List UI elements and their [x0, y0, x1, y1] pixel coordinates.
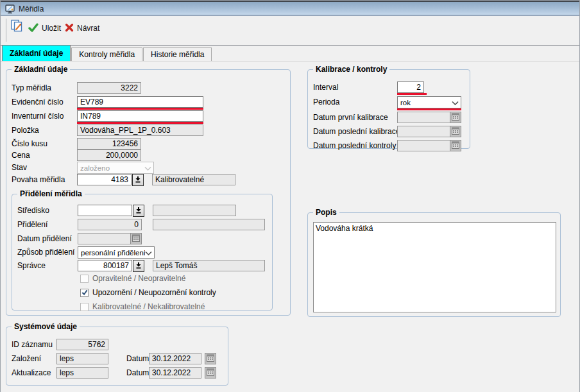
id-zaznamu-field: [56, 339, 108, 350]
datum-prvni-kalibrace-calendar-button: [450, 112, 461, 123]
checkbox-label: Upozornění / Neupozornění kontroly: [92, 288, 216, 297]
tab-historie-meridla[interactable]: Historie měřidla: [143, 47, 212, 61]
label-cislo-kusu: Číslo kusu: [12, 139, 47, 148]
group-systemove-udaje: Systémové údaje ID záznamu Založení Datu…: [6, 327, 228, 386]
prideleni-text-field: [153, 219, 265, 230]
copy-document-icon: [10, 19, 24, 35]
tab-strip: Základní údaje Kontroly měřidla Historie…: [1, 46, 579, 62]
label-evidencni-cislo: Evidenční číslo: [12, 98, 64, 107]
monitor-icon: [5, 4, 15, 13]
toolbar-grip[interactable]: [6, 19, 7, 42]
group-title: Přidělení měřidla: [17, 189, 85, 198]
group-kalibrace-kontroly: Kalibrace / kontroly Interval Perioda ro…: [307, 69, 470, 149]
tab-kontroly-meridla[interactable]: Kontroly měřidla: [71, 47, 142, 61]
group-title: Systémové údaje: [12, 322, 80, 331]
arrow-down-to-bar-icon: [135, 175, 141, 185]
calendar-icon: [207, 368, 214, 378]
perioda-dropdown[interactable]: rok: [397, 96, 461, 108]
label-id-zaznamu: ID záznamu: [12, 340, 53, 349]
polozka-field: [77, 124, 203, 136]
label-datum-posledni-kalibrace: Datum poslední kalibrace: [313, 127, 400, 136]
copy-record-button[interactable]: [10, 21, 24, 33]
stredisko-input[interactable]: [78, 205, 132, 216]
label-aktualizace-datum: Datum: [126, 368, 149, 377]
label-interval: Interval: [313, 83, 338, 92]
datum-posledni-kontroly-field: [397, 140, 450, 151]
typ-meridla-field: [77, 82, 141, 94]
label-spravce: Správce: [17, 261, 46, 270]
stredisko-text-field: [153, 205, 236, 216]
label-inventurni-cislo: Inventurní číslo: [12, 112, 64, 121]
label-zalozeni-datum: Datum: [126, 354, 149, 363]
calendar-icon: [207, 354, 214, 364]
stredisko-lookup-button[interactable]: [133, 205, 144, 217]
label-typ-meridla: Typ měřidla: [12, 83, 51, 92]
label-datum-prideleni: Datum přidělení: [17, 234, 72, 243]
zpusob-prideleni-dropdown[interactable]: personální přidělení: [78, 246, 155, 259]
checkbox-upozorneni[interactable]: Upozornění / Neupozornění kontroly: [80, 288, 216, 297]
group-title: Popis: [313, 208, 339, 217]
datum-posledni-kalibrace-field: [397, 126, 450, 137]
save-button[interactable]: Uložit: [28, 22, 61, 35]
checkbox-label: Opravitelné / Neopravitelné: [92, 274, 185, 283]
povaha-meridla-text-field: [152, 174, 235, 185]
calendar-icon: [132, 234, 140, 244]
datum-prvni-kalibrace-field: [397, 112, 450, 123]
tab-zakladni-udaje[interactable]: Základní údaje: [2, 45, 71, 61]
chevron-down-icon: [145, 249, 152, 257]
app-window: Měřidla Uložit: [0, 0, 580, 392]
required-underline: [397, 93, 427, 95]
stav-dropdown: založeno: [77, 162, 154, 174]
cena-field: [77, 149, 141, 161]
povaha-lookup-button[interactable]: [132, 174, 144, 186]
group-popis: Popis Vodováha krátká: [307, 212, 561, 317]
checkbox-label: Kalibrovatelné / Nekalibrovatelné: [92, 302, 205, 311]
spravce-lookup-button[interactable]: [133, 260, 144, 272]
label-stav: Stav: [12, 163, 27, 172]
label-stredisko: Středisko: [17, 206, 49, 215]
calendar-icon: [452, 113, 459, 123]
datum-posledni-kontroly-calendar-button: [450, 140, 461, 151]
back-button-label: Návrat: [77, 24, 99, 33]
calendar-icon: [452, 141, 459, 151]
inventurni-cislo-input[interactable]: [77, 110, 203, 122]
povaha-meridla-input[interactable]: [77, 174, 132, 185]
arrow-down-to-bar-icon: [135, 261, 142, 271]
datum-posledni-kalibrace-calendar-button: [450, 126, 461, 137]
window-title: Měřidla: [19, 4, 44, 13]
label-prideleni: Přidělení: [17, 220, 47, 229]
chevron-down-icon: [144, 164, 151, 172]
title-bar[interactable]: Měřidla: [1, 1, 579, 16]
aktualizace-user-field: [56, 367, 108, 379]
spravce-text-field: [153, 260, 265, 271]
toolbar: Uložit Návrat Úpravy: [1, 16, 579, 46]
zalozeni-datum-field: [149, 353, 201, 364]
spravce-input[interactable]: [78, 260, 132, 271]
group-prideleni-meridla: Přidělení měřidla Středisko Přidělení Da…: [12, 194, 273, 311]
interval-input[interactable]: [397, 81, 424, 93]
tab-content: Základní údaje Typ měřidla Evidenční čís…: [1, 62, 579, 392]
label-cena: Cena: [12, 151, 30, 160]
popis-textarea[interactable]: Vodováha krátká: [313, 222, 556, 312]
checkbox-kalibrovatelne: Kalibrovatelné / Nekalibrovatelné: [80, 302, 205, 311]
label-aktualizace: Aktualizace: [12, 368, 51, 377]
evidencni-cislo-input[interactable]: [77, 96, 203, 108]
aktualizace-calendar-button: [205, 367, 216, 379]
calendar-icon: [452, 127, 459, 137]
label-polozka: Položka: [12, 126, 39, 135]
label-zalozeni: Založení: [12, 354, 41, 363]
save-button-label: Uložit: [42, 24, 61, 33]
chevron-down-icon: [452, 99, 459, 107]
datum-prideleni-field: [78, 233, 131, 244]
checkbox-box[interactable]: [80, 289, 89, 297]
group-title: Kalibrace / kontroly: [313, 65, 389, 74]
label-perioda: Perioda: [313, 98, 339, 107]
checkbox-box: [80, 275, 89, 283]
label-datum-prvni-kalibrace: Datum první kalibrace: [313, 113, 388, 122]
datum-prideleni-calendar-button: [130, 233, 142, 244]
group-zakladni-udaje: Základní údaje Typ měřidla Evidenční čís…: [6, 69, 291, 316]
label-povaha-meridla: Povaha měřidla: [12, 175, 65, 184]
label-zpusob-prideleni: Způsob přidělení: [17, 248, 74, 257]
checkbox-box: [80, 303, 89, 311]
back-button[interactable]: Návrat: [65, 22, 99, 35]
